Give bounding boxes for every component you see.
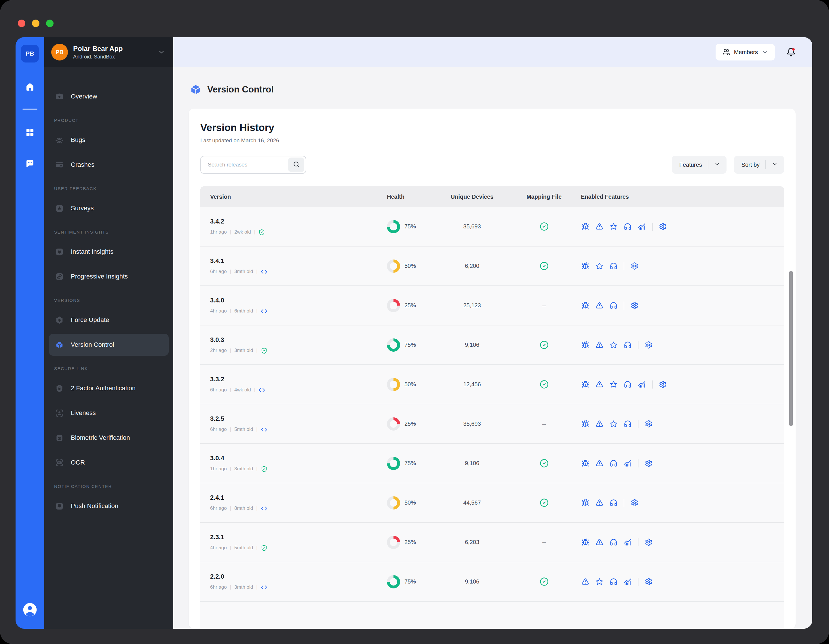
- bug-feature-icon[interactable]: [582, 262, 589, 270]
- alert-feature-icon[interactable]: [596, 420, 603, 428]
- gear-icon[interactable]: [645, 538, 652, 546]
- alert-feature-icon[interactable]: [596, 538, 603, 546]
- star-feature-icon[interactable]: [596, 262, 603, 270]
- divider: [638, 538, 638, 546]
- headphones-feature-icon[interactable]: [610, 262, 618, 270]
- table-row[interactable]: 3.0.32hr ago|3mth old|75%9,106: [200, 325, 784, 365]
- star-feature-icon[interactable]: [610, 420, 618, 428]
- table-row[interactable]: 3.0.41hr ago|3mth old|75%9,106: [200, 444, 784, 483]
- sidebar-item-surveys[interactable]: Surveys: [49, 197, 169, 219]
- home-icon[interactable]: [25, 82, 35, 92]
- headphones-feature-icon[interactable]: [610, 459, 618, 467]
- chevron-down-icon[interactable]: [158, 48, 165, 56]
- release-old: 2wk old: [234, 229, 251, 235]
- members-button[interactable]: Members: [716, 44, 775, 60]
- chart-feature-icon[interactable]: [624, 459, 632, 467]
- enabled-features-cell: [577, 578, 784, 586]
- apps-grid-icon[interactable]: [25, 128, 35, 137]
- headphones-feature-icon[interactable]: [610, 499, 618, 507]
- gear-icon[interactable]: [645, 420, 652, 428]
- bug-feature-icon[interactable]: [582, 459, 589, 467]
- sidebar-item-instant-insights[interactable]: Instant Insights: [49, 241, 169, 263]
- sidebar-item-force-update[interactable]: Force Update: [49, 309, 169, 331]
- headphones-feature-icon[interactable]: [610, 301, 618, 309]
- sidebar-item-version-control[interactable]: Version Control: [49, 334, 169, 356]
- release-old: 4wk old: [234, 387, 251, 393]
- maximize-window-button[interactable]: [46, 20, 54, 27]
- table-row[interactable]: 3.3.26hr ago|4wk old|50%12,456: [200, 365, 784, 404]
- close-window-button[interactable]: [18, 20, 25, 27]
- overview-icon: [54, 91, 65, 102]
- sidebar-item-bugs[interactable]: Bugs: [49, 129, 169, 151]
- workspace-logo[interactable]: PB: [21, 45, 39, 63]
- table-row[interactable]: 3.4.21hr ago|2wk old|75%35,693: [200, 207, 784, 246]
- search-button[interactable]: [288, 158, 304, 172]
- sidebar-item-biometric-verification[interactable]: Biometric Verification: [49, 427, 169, 449]
- headphones-feature-icon[interactable]: [624, 341, 632, 349]
- headphones-feature-icon[interactable]: [624, 380, 632, 388]
- nav-section-label: SECURE LINK: [54, 366, 164, 371]
- gear-icon[interactable]: [631, 499, 638, 507]
- table-row[interactable]: 3.2.56hr ago|5mth old|25%35,693–: [200, 404, 784, 444]
- sidebar-item-2-factor-authentication[interactable]: 2 Factor Authentication: [49, 377, 169, 399]
- alert-feature-icon[interactable]: [596, 499, 603, 507]
- star-feature-icon[interactable]: [610, 223, 618, 230]
- bug-feature-icon[interactable]: [582, 420, 589, 428]
- alert-feature-icon[interactable]: [582, 578, 589, 586]
- headphones-feature-icon[interactable]: [610, 578, 618, 586]
- features-filter-button[interactable]: Features: [672, 156, 727, 174]
- alert-feature-icon[interactable]: [596, 223, 603, 230]
- alert-feature-icon[interactable]: [596, 301, 603, 309]
- sidebar-item-label: Biometric Verification: [71, 434, 130, 442]
- gear-icon[interactable]: [631, 262, 638, 270]
- version-meta: 1hr ago|3mth old|: [210, 466, 382, 472]
- notifications-bell-icon[interactable]: [786, 47, 796, 57]
- chat-icon[interactable]: [25, 159, 35, 169]
- alert-feature-icon[interactable]: [596, 380, 603, 388]
- bug-feature-icon[interactable]: [582, 499, 589, 507]
- star-feature-icon[interactable]: [596, 578, 603, 586]
- chart-feature-icon[interactable]: [638, 380, 646, 388]
- release-age: 2hr ago: [210, 348, 227, 354]
- sort-by-button[interactable]: Sort by: [734, 156, 784, 174]
- headphones-feature-icon[interactable]: [624, 420, 632, 428]
- alert-feature-icon[interactable]: [596, 341, 603, 349]
- gear-icon[interactable]: [645, 459, 652, 467]
- bug-feature-icon[interactable]: [582, 538, 589, 546]
- vertical-scrollbar[interactable]: [789, 271, 793, 426]
- headphones-feature-icon[interactable]: [610, 538, 618, 546]
- search-input[interactable]: [207, 161, 288, 168]
- table-row[interactable]: 2.3.14hr ago|5mth old|25%6,203–: [200, 523, 784, 562]
- chart-feature-icon[interactable]: [638, 223, 646, 230]
- enabled-features-cell: [577, 262, 784, 270]
- gear-icon[interactable]: [631, 301, 638, 309]
- table-row[interactable]: 3.4.04hr ago|6mth old|25%25,123–: [200, 286, 784, 325]
- user-avatar-icon[interactable]: [22, 602, 38, 618]
- version-cell: 2.4.16hr ago|8mth old|: [200, 494, 382, 512]
- sidebar-item-progressive-insights[interactable]: Progressive Insights: [49, 265, 169, 287]
- sidebar-item-overview[interactable]: Overview: [49, 85, 169, 107]
- alert-feature-icon[interactable]: [596, 459, 603, 467]
- bug-feature-icon[interactable]: [582, 301, 589, 309]
- gear-icon[interactable]: [659, 223, 667, 230]
- chart-feature-icon[interactable]: [624, 578, 632, 586]
- bug-feature-icon[interactable]: [582, 380, 589, 388]
- table-row[interactable]: 3.4.16hr ago|3mth old|50%6,200: [200, 246, 784, 286]
- table-row[interactable]: 2.4.16hr ago|8mth old|50%44,567: [200, 483, 784, 523]
- gear-icon[interactable]: [645, 578, 652, 586]
- star-feature-icon[interactable]: [610, 341, 618, 349]
- bug-feature-icon[interactable]: [582, 341, 589, 349]
- sidebar-item-push-notification[interactable]: Push Notification: [49, 495, 169, 517]
- bug-feature-icon[interactable]: [582, 223, 589, 230]
- gear-icon[interactable]: [659, 380, 667, 388]
- headphones-feature-icon[interactable]: [624, 223, 632, 230]
- chart-feature-icon[interactable]: [624, 538, 632, 546]
- gear-icon[interactable]: [645, 341, 652, 349]
- star-feature-icon[interactable]: [610, 380, 618, 388]
- sidebar-item-ocr[interactable]: OCR: [49, 451, 169, 474]
- sidebar-item-liveness[interactable]: Liveness: [49, 402, 169, 424]
- app-switcher[interactable]: PB Polar Bear App Android, SandBox: [44, 37, 173, 67]
- sidebar-item-crashes[interactable]: Crashes: [49, 154, 169, 176]
- table-row[interactable]: 2.2.06hr ago|3mth old|75%9,106: [200, 562, 784, 602]
- minimize-window-button[interactable]: [32, 20, 39, 27]
